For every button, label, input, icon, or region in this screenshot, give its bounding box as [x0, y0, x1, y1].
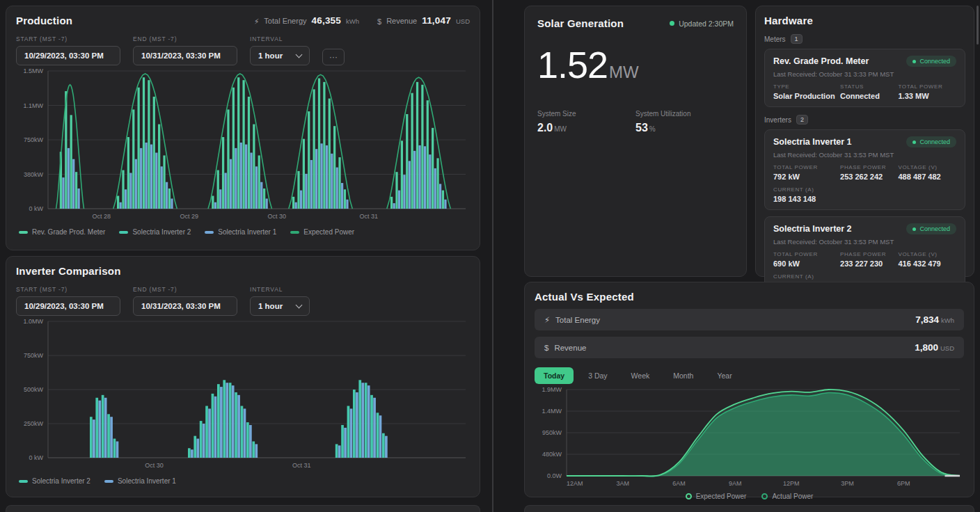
field-label: Voltage (V)	[899, 251, 956, 257]
tab-3day[interactable]: 3 Day	[579, 367, 616, 384]
actual-vs-expected-legend: Expected Power Actual Power	[535, 493, 964, 500]
updated-text: Updated 2:30PM	[679, 19, 734, 28]
last-received: Last Received: October 31 3:53 PM MST	[773, 238, 956, 246]
field-value: Solar Production	[773, 92, 840, 100]
total-energy-unit: kWh	[941, 317, 954, 324]
inverter1-swatch-icon	[205, 231, 214, 234]
revenue-row: $ Revenue 1,800USD	[535, 337, 964, 358]
status-dot-icon	[670, 21, 674, 26]
inverter2-swatch-icon	[119, 231, 128, 234]
field-value: 416 432 479	[899, 259, 956, 268]
svg-text:500kW: 500kW	[24, 386, 44, 393]
device-field: Phase Power233 227 230	[840, 251, 898, 268]
inverter2-swatch-icon	[19, 480, 28, 483]
device-field: Voltage (V)488 487 482	[899, 164, 956, 181]
revenue-icon: $	[377, 17, 381, 26]
scrollbar-thumb[interactable]	[977, 6, 979, 45]
actual-vs-expected-panel: Actual Vs Expected ⚡ Total Energy 7,834k…	[524, 282, 974, 497]
inverter1-card[interactable]: Solectria Inverter 1 Connected Last Rece…	[764, 129, 965, 210]
start-field-group: START (MST -7)	[16, 286, 120, 316]
production-title: Production	[16, 15, 72, 26]
total-energy-label: Total Energy	[555, 316, 600, 324]
field-value: Connected	[840, 92, 898, 100]
field-value: 198 143 148	[773, 195, 840, 203]
svg-text:250kW: 250kW	[24, 420, 44, 427]
pane-divider	[492, 0, 493, 512]
svg-text:Oct 31: Oct 31	[360, 213, 379, 220]
svg-text:1.0MW: 1.0MW	[23, 318, 43, 325]
interval-label: INTERVAL	[250, 35, 310, 42]
end-datetime-input[interactable]	[133, 296, 237, 316]
production-panel: Production ⚡ Total Energy 46,355 kWh $ R…	[6, 6, 480, 250]
total-energy-unit: kWh	[346, 17, 359, 25]
solar-generation-panel: Solar Generation Updated 2:30PM 1.52MW S…	[524, 6, 747, 277]
legend-label: Solectria Inverter 1	[118, 477, 176, 485]
legend-label: Expected Power	[303, 228, 354, 236]
svg-text:0 kW: 0 kW	[29, 454, 43, 461]
svg-text:Oct 29: Oct 29	[180, 213, 199, 220]
field-value: 233 227 230	[840, 259, 898, 268]
tab-month[interactable]: Month	[664, 367, 702, 384]
legend-label: Expected Power	[696, 493, 747, 500]
tab-today[interactable]: Today	[535, 367, 574, 384]
legend-item: Solectria Inverter 2	[119, 228, 191, 236]
interval-value: 1 hour	[258, 302, 283, 310]
expected-swatch-icon	[290, 231, 299, 234]
total-energy-value: 7,834	[915, 314, 939, 325]
interval-select[interactable]: 1 hour	[250, 46, 310, 65]
inverter-comparison-legend: Solectria Inverter 2 Solectria Inverter …	[16, 477, 470, 485]
tab-week[interactable]: Week	[622, 367, 659, 384]
inverter1-swatch-icon	[104, 480, 113, 483]
connected-text: Connected	[919, 58, 950, 65]
end-label: END (MST -7)	[133, 35, 237, 42]
field-label: Total Power	[773, 164, 840, 170]
tab-year[interactable]: Year	[708, 367, 741, 384]
interval-label: INTERVAL	[250, 286, 310, 293]
production-legend: Rev. Grade Prod. Meter Solectria Inverte…	[16, 228, 470, 236]
total-energy-row: ⚡ Total Energy 7,834kWh	[535, 309, 964, 330]
revenue-stat: $ Revenue 11,047 USD	[377, 15, 470, 26]
system-size-unit: MW	[554, 125, 567, 133]
svg-text:750kW: 750kW	[24, 352, 44, 359]
start-field-group: START (MST -7)	[16, 35, 120, 65]
actual-vs-expected-title: Actual Vs Expected	[535, 291, 964, 303]
field-value: 1.33 MW	[899, 92, 956, 100]
device-field: Total Power690 kW	[773, 251, 840, 268]
svg-text:Oct 31: Oct 31	[292, 462, 311, 469]
revenue-label: Revenue	[554, 344, 586, 352]
svg-text:6PM: 6PM	[897, 480, 910, 487]
meters-count-badge: 1	[791, 34, 803, 44]
start-datetime-input[interactable]	[16, 46, 120, 65]
end-label: END (MST -7)	[133, 286, 237, 293]
field-value: 253 262 242	[840, 173, 898, 181]
svg-text:0.0W: 0.0W	[547, 472, 562, 479]
svg-text:9AM: 9AM	[729, 480, 742, 487]
legend-item: Solectria Inverter 1	[104, 477, 176, 485]
svg-text:380kW: 380kW	[24, 171, 44, 178]
legend-item: Actual Power	[761, 493, 813, 500]
inverter-comparison-title: Inverter Comparison	[16, 265, 470, 277]
legend-label: Actual Power	[772, 493, 813, 500]
device-field: Phase Power253 262 242	[840, 164, 898, 181]
legend-item: Expected Power	[686, 493, 747, 500]
end-datetime-input[interactable]	[133, 46, 237, 65]
total-energy-value: 46,355	[312, 15, 342, 26]
generation-value: 1.52	[537, 44, 608, 86]
connected-badge: Connected	[906, 136, 956, 147]
system-size-label: System Size	[537, 110, 635, 118]
system-utilization-label: System Utilization	[635, 110, 734, 118]
meter-card[interactable]: Rev. Grade Prod. Meter Connected Last Re…	[764, 49, 965, 107]
start-datetime-input[interactable]	[16, 296, 120, 316]
legend-item: Rev. Grade Prod. Meter	[19, 228, 105, 236]
revenue-unit: USD	[456, 17, 470, 25]
revenue-icon: $	[544, 344, 548, 352]
updated-badge: Updated 2:30PM	[670, 19, 734, 28]
legend-label: Solectria Inverter 1	[218, 228, 276, 236]
more-options-button[interactable]: ···	[322, 49, 345, 65]
field-label: Phase Power	[840, 251, 898, 257]
interval-select[interactable]: 1 hour	[250, 296, 310, 316]
total-energy-stat: ⚡ Total Energy 46,355 kWh	[254, 15, 359, 26]
status-dot-icon	[912, 60, 916, 63]
svg-text:0 kW: 0 kW	[29, 205, 43, 212]
field-value: 792 kW	[773, 173, 840, 181]
